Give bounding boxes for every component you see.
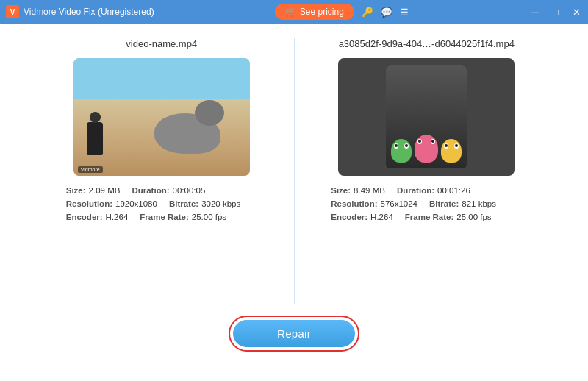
right-bitrate-value: 821 kbps <box>462 199 496 208</box>
birds-row <box>391 135 462 163</box>
right-encoder-item: Encoder: H.264 <box>331 213 393 221</box>
repair-button[interactable]: Repair <box>233 320 355 347</box>
left-panel-title: video-name.mp4 <box>126 38 197 49</box>
bird-eye-left <box>417 139 422 144</box>
right-panel: a3085d2f-9d9a-404…-d6044025f1f4.mp4 <box>295 38 559 304</box>
left-framerate-label: Frame Rate: <box>140 213 188 221</box>
left-info-table: Size: 2.09 MB Duration: 00:00:05 Resolut… <box>66 186 257 226</box>
left-resolution-item: Resolution: 1920x1080 <box>66 199 157 208</box>
right-info-table: Size: 8.49 MB Duration: 00:01:26 Resolut… <box>331 186 522 226</box>
left-size-item: Size: 2.09 MB <box>66 186 121 195</box>
cart-icon: 🛒 <box>285 7 296 17</box>
bird-eye-right <box>454 143 459 149</box>
seal-head <box>195 100 224 126</box>
right-info-row-3: Encoder: H.264 Frame Rate: 25.00 fps <box>331 213 522 221</box>
left-resolution-label: Resolution: <box>66 199 112 208</box>
bird-yellow <box>441 139 462 163</box>
right-duration-label: Duration: <box>397 186 434 195</box>
bottom-area: Repair <box>29 304 559 366</box>
left-encoder-item: Encoder: H.264 <box>66 213 129 221</box>
right-duration-item: Duration: 00:01:26 <box>397 186 470 195</box>
title-bar-left: V Vidmore Video Fix (Unregistered) <box>6 5 154 18</box>
left-duration-item: Duration: 00:00:05 <box>132 186 205 195</box>
app-icon: V <box>6 5 19 18</box>
panels: video-name.mp4 Vidmore Size: 2.09 MB <box>29 38 559 304</box>
left-encoder-label: Encoder: <box>66 213 103 221</box>
left-encoder-value: H.264 <box>106 213 129 221</box>
see-pricing-button[interactable]: 🛒 See pricing <box>275 4 354 20</box>
right-info-row-1: Size: 8.49 MB Duration: 00:01:26 <box>331 186 522 195</box>
left-size-value: 2.09 MB <box>89 186 121 195</box>
person-head <box>90 112 101 123</box>
right-info-row-2: Resolution: 576x1024 Bitrate: 821 kbps <box>331 199 522 208</box>
right-encoder-label: Encoder: <box>331 213 368 221</box>
right-panel-title: a3085d2f-9d9a-404…-d6044025f1f4.mp4 <box>339 38 514 49</box>
left-info-row-2: Resolution: 1920x1080 Bitrate: 3020 kbps <box>66 199 257 208</box>
right-framerate-label: Frame Rate: <box>405 213 453 221</box>
bird-eye-left <box>444 143 448 149</box>
minimize-button[interactable]: ─ <box>529 7 541 18</box>
left-bitrate-item: Bitrate: 3020 kbps <box>169 199 240 208</box>
birds-container <box>386 65 467 168</box>
left-panel: video-name.mp4 Vidmore Size: 2.09 MB <box>29 38 294 304</box>
right-resolution-item: Resolution: 576x1024 <box>331 199 417 208</box>
app-title: Vidmore Video Fix (Unregistered) <box>24 7 154 17</box>
bird-eye-right <box>431 139 435 144</box>
left-bitrate-label: Bitrate: <box>169 199 198 208</box>
bird-pink <box>415 135 438 163</box>
chat-icon[interactable]: 💬 <box>381 7 392 18</box>
right-resolution-label: Resolution: <box>331 199 377 208</box>
left-bitrate-value: 3020 kbps <box>201 199 240 208</box>
bird-green <box>391 139 412 163</box>
left-resolution-value: 1920x1080 <box>115 199 157 208</box>
watermark: Vidmore <box>78 166 103 173</box>
bird-eye-right <box>404 143 409 149</box>
right-video-thumbnail <box>338 58 514 176</box>
person-silhouette <box>87 122 103 155</box>
seal-scene: Vidmore <box>74 58 250 176</box>
left-video-thumbnail: Vidmore <box>74 58 250 176</box>
title-bar: V Vidmore Video Fix (Unregistered) 🛒 See… <box>0 0 588 24</box>
left-info-row-3: Encoder: H.264 Frame Rate: 25.00 fps <box>66 213 257 221</box>
right-resolution-value: 576x1024 <box>381 199 418 208</box>
right-duration-value: 00:01:26 <box>437 186 470 195</box>
left-size-label: Size: <box>66 186 86 195</box>
repair-btn-wrapper: Repair <box>229 316 359 352</box>
left-framerate-value: 25.00 fps <box>192 213 226 221</box>
right-size-label: Size: <box>331 186 351 195</box>
right-bitrate-label: Bitrate: <box>429 199 459 208</box>
right-size-value: 8.49 MB <box>354 186 385 195</box>
left-duration-value: 00:00:05 <box>173 186 206 195</box>
right-framerate-item: Frame Rate: 25.00 fps <box>405 213 492 221</box>
window-controls: ─ □ ✕ <box>529 7 582 18</box>
left-framerate-item: Frame Rate: 25.00 fps <box>140 213 226 221</box>
main-content: video-name.mp4 Vidmore Size: 2.09 MB <box>0 24 588 381</box>
maximize-button[interactable]: □ <box>550 7 562 18</box>
key-icon[interactable]: 🔑 <box>362 7 373 18</box>
left-duration-label: Duration: <box>132 186 169 195</box>
close-button[interactable]: ✕ <box>570 7 582 18</box>
right-framerate-value: 25.00 fps <box>456 213 491 221</box>
bird-eye-left <box>394 143 398 149</box>
right-bitrate-item: Bitrate: 821 kbps <box>429 199 496 208</box>
right-encoder-value: H.264 <box>370 213 393 221</box>
menu-icon[interactable]: ☰ <box>400 7 409 18</box>
right-size-item: Size: 8.49 MB <box>331 186 385 195</box>
title-bar-center: 🛒 See pricing 🔑 💬 ☰ <box>275 4 409 20</box>
left-info-row-1: Size: 2.09 MB Duration: 00:00:05 <box>66 186 257 195</box>
